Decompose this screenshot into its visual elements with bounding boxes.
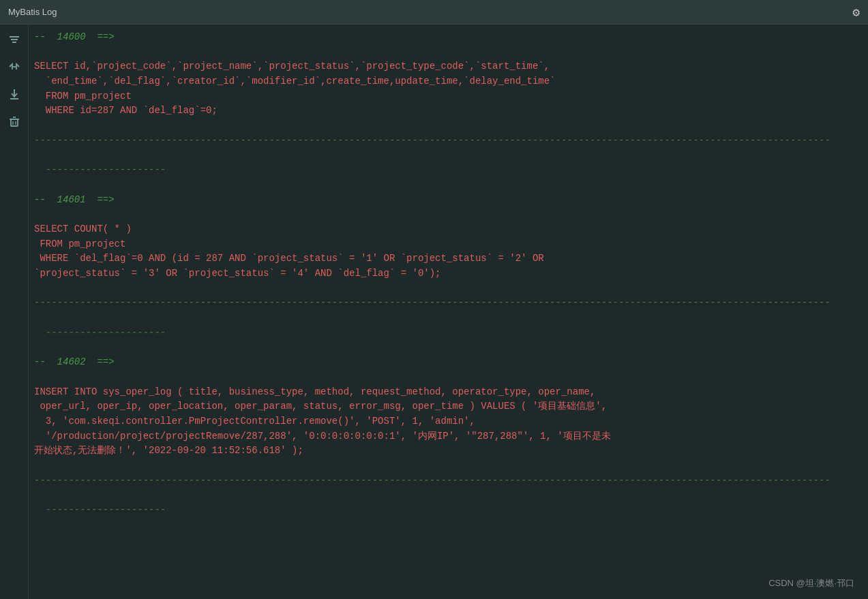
svg-rect-6 xyxy=(11,119,18,126)
app-title: MyBatis Log xyxy=(8,7,57,17)
clear-icon[interactable] xyxy=(6,113,23,129)
watermark: CSDN @坦·澳燃·邗口 xyxy=(768,577,854,589)
title-bar: MyBatis Log ⚙ xyxy=(0,0,868,25)
sidebar xyxy=(0,25,29,599)
reformat-icon[interactable] xyxy=(6,59,23,75)
log-content[interactable]: -- 14600 ==> SELECT id,`project_code`,`p… xyxy=(29,25,868,599)
log-text-area: -- 14600 ==> SELECT id,`project_code`,`p… xyxy=(34,30,868,532)
gear-icon[interactable]: ⚙ xyxy=(852,5,860,20)
save-icon[interactable] xyxy=(6,86,23,102)
filter-icon[interactable] xyxy=(6,31,23,48)
main-area: -- 14600 ==> SELECT id,`project_code`,`p… xyxy=(0,25,868,599)
